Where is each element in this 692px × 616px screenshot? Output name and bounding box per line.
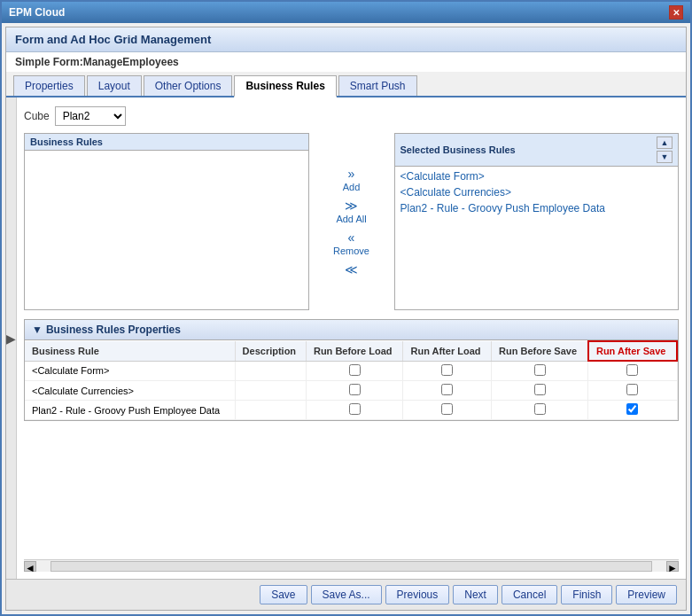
- rbs-cell: [492, 361, 588, 381]
- horizontal-scrollbar[interactable]: [51, 561, 652, 572]
- properties-table: Business Rule Description Run Before Loa…: [25, 340, 678, 420]
- run-before-save-checkbox[interactable]: [534, 384, 546, 395]
- ral-cell: [403, 361, 492, 381]
- col-header-ral: Run After Load: [403, 341, 492, 361]
- properties-header: ▼ Business Rules Properties: [25, 320, 678, 340]
- content-area: ▶ Cube Plan2 Plan1 Plan3 Busi: [6, 97, 686, 579]
- save-as-button[interactable]: Save As...: [311, 585, 382, 604]
- rbs-cell: [492, 381, 588, 401]
- run-before-save-checkbox[interactable]: [534, 403, 546, 415]
- run-before-save-checkbox[interactable]: [534, 364, 546, 376]
- remove-label: Remove: [333, 246, 369, 256]
- add-label: Add: [343, 182, 361, 192]
- simple-form-row: Simple Form:ManageEmployees: [6, 52, 686, 72]
- previous-button[interactable]: Previous: [385, 585, 450, 604]
- preview-button[interactable]: Preview: [616, 585, 677, 604]
- simple-form-label: Simple Form:: [15, 56, 83, 68]
- business-rules-list: Business Rules: [24, 133, 309, 310]
- selected-rules-label: Selected Business Rules: [400, 144, 516, 155]
- title-bar-buttons: ✕: [669, 5, 683, 19]
- transfer-buttons: » Add ≫ Add All « Remove ≪: [316, 133, 387, 310]
- table-header-row: Business Rule Description Run Before Loa…: [25, 341, 677, 361]
- run-after-load-checkbox[interactable]: [441, 403, 453, 415]
- collapse-icon: ▼: [32, 324, 43, 336]
- col-header-ras: Run After Save: [588, 341, 677, 361]
- main-content: Cube Plan2 Plan1 Plan3 Business Rules: [17, 97, 686, 579]
- run-before-load-checkbox[interactable]: [349, 384, 361, 395]
- add-all-button[interactable]: ≫ Add All: [336, 199, 366, 224]
- col-header-desc: Description: [235, 341, 306, 361]
- expand-icon: ▶: [6, 331, 16, 346]
- rbl-cell: [306, 361, 403, 381]
- remove-icon: «: [348, 231, 355, 244]
- selected-rules-content: <Calculate Form> <Calculate Currencies> …: [395, 167, 679, 309]
- rules-container: Business Rules » Add ≫ Add All: [24, 133, 679, 310]
- up-down-buttons: ▲ ▼: [657, 136, 673, 163]
- run-after-save-checkbox[interactable]: [626, 403, 638, 415]
- desc-cell: [235, 401, 306, 420]
- rule-name-cell: <Calculate Form>: [25, 361, 235, 381]
- ral-cell: [403, 401, 492, 420]
- business-rules-header: Business Rules: [25, 134, 308, 151]
- simple-form-name: ManageEmployees: [83, 56, 179, 68]
- cube-label: Cube: [24, 110, 50, 122]
- window-title: EPM Cloud: [9, 6, 65, 19]
- col-header-rbs: Run Before Save: [492, 341, 588, 361]
- run-after-save-checkbox[interactable]: [626, 384, 638, 395]
- tab-layout[interactable]: Layout: [87, 75, 142, 96]
- tab-smart-push[interactable]: Smart Push: [338, 75, 417, 96]
- rule-name-cell: Plan2 - Rule - Groovy Push Employee Data: [25, 401, 235, 420]
- cube-select[interactable]: Plan2 Plan1 Plan3: [55, 106, 126, 126]
- run-after-save-checkbox[interactable]: [626, 364, 638, 376]
- run-before-load-checkbox[interactable]: [349, 364, 361, 376]
- ras-cell: [588, 381, 677, 401]
- scroll-right-button[interactable]: ►: [666, 561, 679, 572]
- side-expand-handle[interactable]: ▶: [6, 97, 17, 579]
- table-row: Plan2 - Rule - Groovy Push Employee Data: [25, 401, 677, 420]
- run-after-load-checkbox[interactable]: [441, 364, 453, 376]
- tab-business-rules[interactable]: Business Rules: [234, 75, 336, 97]
- properties-title: Business Rules Properties: [46, 324, 181, 336]
- close-button[interactable]: ✕: [669, 5, 683, 19]
- window-content: Form and Ad Hoc Grid Management Simple F…: [5, 27, 687, 611]
- selected-rules-list: Selected Business Rules ▲ ▼ <Calculate F…: [394, 133, 680, 310]
- business-rules-content: [25, 151, 308, 275]
- run-before-load-checkbox[interactable]: [349, 403, 361, 415]
- cancel-button[interactable]: Cancel: [502, 585, 557, 604]
- add-button[interactable]: » Add: [343, 168, 361, 192]
- ras-cell: [588, 361, 677, 381]
- finish-button[interactable]: Finish: [561, 585, 612, 604]
- selected-rule-item[interactable]: Plan2 - Rule - Groovy Push Employee Data: [397, 200, 677, 216]
- ras-cell: [588, 401, 677, 420]
- footer-buttons: Save Save As... Previous Next Cancel Fin…: [6, 579, 686, 610]
- spacer: [24, 426, 679, 554]
- main-window: EPM Cloud ✕ Form and Ad Hoc Grid Managem…: [0, 0, 692, 616]
- ral-cell: [403, 381, 492, 401]
- col-header-rbl: Run Before Load: [306, 341, 403, 361]
- next-button[interactable]: Next: [453, 585, 498, 604]
- run-after-load-checkbox[interactable]: [441, 384, 453, 395]
- title-bar: EPM Cloud ✕: [2, 2, 690, 23]
- tab-properties[interactable]: Properties: [13, 75, 85, 96]
- move-down-button[interactable]: ▼: [657, 151, 673, 163]
- remove-all-button[interactable]: ≪: [345, 263, 358, 276]
- tab-bar: Properties Layout Other Options Business…: [6, 72, 686, 97]
- save-button[interactable]: Save: [260, 585, 307, 604]
- move-up-button[interactable]: ▲: [657, 136, 673, 149]
- rbl-cell: [306, 381, 403, 401]
- selected-rule-item[interactable]: <Calculate Form>: [397, 168, 677, 184]
- remove-button[interactable]: « Remove: [333, 231, 369, 256]
- tab-other-options[interactable]: Other Options: [144, 75, 233, 96]
- properties-section: ▼ Business Rules Properties Business Rul…: [24, 319, 679, 421]
- selected-rules-header: Selected Business Rules ▲ ▼: [395, 134, 679, 167]
- cube-row: Cube Plan2 Plan1 Plan3: [24, 105, 679, 128]
- desc-cell: [235, 361, 306, 381]
- col-header-rule: Business Rule: [25, 341, 235, 361]
- rbs-cell: [492, 401, 588, 420]
- scroll-left-button[interactable]: ◄: [24, 561, 36, 572]
- add-all-label: Add All: [336, 214, 366, 224]
- add-icon: »: [348, 168, 355, 180]
- horizontal-scrollbar-area: ◄ ►: [24, 559, 679, 572]
- remove-all-icon: ≪: [345, 263, 358, 276]
- selected-rule-item[interactable]: <Calculate Currencies>: [397, 184, 677, 200]
